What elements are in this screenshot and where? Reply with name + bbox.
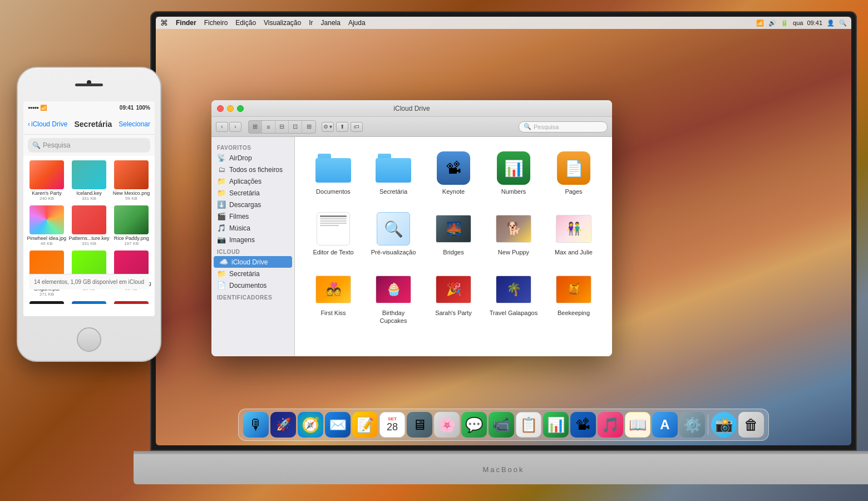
menu-visualizacao[interactable]: Visualização	[264, 19, 301, 27]
sidebar-item-downloads[interactable]: ⬇️ Descargas	[211, 199, 294, 210]
iphone-search-input[interactable]: 🔍 Pesquisa	[28, 138, 150, 153]
menu-ficheiro[interactable]: Ficheiro	[204, 19, 228, 27]
back-button[interactable]: ‹	[216, 122, 228, 132]
file-item-documentos[interactable]: Documentos	[306, 148, 361, 198]
sidebar-item-icloud-documents[interactable]: 📄 Documentos	[211, 279, 294, 291]
actions-button[interactable]: ⚙ ▾	[322, 122, 334, 132]
finder-toolbar: ‹ › ⊞ ≡ ⊟ ⊡ ⊞ ⚙ ▾ ⬆ 🏷	[211, 117, 612, 137]
menubar-battery-icon: 🔋	[781, 19, 788, 27]
search-box[interactable]: 🔍 Pesquisa	[519, 121, 608, 132]
dock-icon-notes[interactable]: 📝	[352, 412, 378, 438]
window-maximize-button[interactable]	[237, 105, 244, 112]
images-icon: 📷	[217, 235, 226, 244]
sidebar-item-airdrop[interactable]: 📡 AirDrop	[211, 152, 294, 164]
file-item-secretaria[interactable]: Secretária	[366, 148, 421, 198]
file-item-keynote[interactable]: 📽 Keynote	[426, 148, 481, 198]
file-item-bridges[interactable]: 🌉 Bridges	[426, 209, 481, 258]
iphone-search-placeholder: Pesquisa	[43, 141, 70, 149]
file-item-pages[interactable]: 📄 Pages	[546, 148, 601, 198]
sidebar-item-movies[interactable]: 🎬 Filmes	[211, 210, 294, 222]
menubar-user-icon[interactable]: 👤	[827, 19, 835, 27]
thumb-dark1	[29, 301, 64, 304]
group-view-button[interactable]: ⊞	[302, 121, 315, 133]
photo-bridges: 🌉	[436, 211, 471, 247]
iphone-signal: ●●●●●	[28, 105, 38, 110]
file-item-preview[interactable]: 🔍 Pré-visualização	[366, 209, 421, 258]
file-item-textedit[interactable]: Editor de Texto	[306, 209, 361, 258]
file-item-birthday-cupcakes[interactable]: 🧁 Birthday Cupcakes	[366, 269, 421, 326]
menubar-search-icon[interactable]: 🔍	[839, 19, 847, 27]
sidebar-item-icloud-desktop[interactable]: 📁 Secretária	[211, 268, 294, 279]
dock-icon-appstore[interactable]: A	[652, 412, 678, 438]
list-item[interactable]: Iceland.key 331 KB	[69, 160, 109, 201]
gallery-view-button[interactable]: ⊡	[289, 121, 302, 133]
forward-button[interactable]: ›	[229, 122, 241, 132]
file-item-max-julie[interactable]: 👫 Max and Julie	[546, 209, 601, 258]
share-button[interactable]: ⬆	[336, 122, 348, 132]
list-item[interactable]: Pinwheel idea.jpg 46 KB	[27, 205, 66, 246]
dock-icon-system-preferences[interactable]: ⚙️	[679, 412, 705, 438]
apple-menu[interactable]: ⌘	[160, 18, 168, 27]
list-item[interactable]	[69, 301, 109, 304]
file-item-beekeeping[interactable]: 🍯 Beekeeping	[546, 269, 601, 326]
finder-sidebar: Favoritos 📡 AirDrop 🗂 Todos os ficheiros…	[211, 137, 295, 356]
photo-max-julie: 👫	[556, 211, 591, 247]
macbook-frame: ⌘ iCloud Drive Finder Ficheiro Edição Vi…	[150, 11, 857, 484]
sidebar-item-icloud-drive[interactable]: ☁️ iCloud Drive	[214, 256, 292, 268]
menu-edicao[interactable]: Edição	[235, 19, 256, 27]
photo-sarahs-party: 🎉	[436, 272, 471, 307]
menu-finder-label[interactable]: Finder	[176, 19, 196, 27]
sidebar-item-applications[interactable]: 📁 Aplicações	[211, 175, 294, 187]
file-item-numbers[interactable]: 📊 Numbers	[486, 148, 541, 198]
dock-icon-siri[interactable]: 🎙	[243, 412, 269, 438]
window-close-button[interactable]	[217, 105, 224, 112]
sidebar-item-all-files[interactable]: 🗂 Todos os ficheiros	[211, 164, 294, 175]
list-item[interactable]: Karen's Party 240 KB	[27, 160, 67, 201]
menubar: ⌘ iCloud Drive Finder Ficheiro Edição Vi…	[156, 17, 851, 29]
icon-view-button[interactable]: ⊞	[249, 121, 262, 133]
dock-icon-keynote[interactable]: 📽	[570, 412, 596, 438]
dock-icon-itunes[interactable]: 🎵	[598, 412, 623, 438]
dock-icon-finder[interactable]: 🖥	[407, 412, 432, 438]
column-view-button[interactable]: ⊟	[275, 121, 289, 133]
iphone-select-button[interactable]: Selecionar	[119, 120, 150, 128]
menu-ir[interactable]: Ir	[309, 19, 313, 27]
iphone-back-button[interactable]: ‹ iCloud Drive	[28, 120, 67, 128]
dock-icon-messages[interactable]: 💬	[461, 412, 487, 438]
iphone-statusbar-right: 09:41 100%	[120, 105, 150, 111]
dock-icon-calendar[interactable]: SET28	[379, 412, 405, 438]
file-item-new-puppy[interactable]: 🐕 New Puppy	[486, 209, 541, 258]
menu-janela[interactable]: Janela	[321, 19, 341, 27]
list-item[interactable]: Patterns...ture.key 331 KB	[68, 205, 109, 246]
thumb-pinwheel	[29, 205, 64, 234]
dock-icon-reminders[interactable]: 📋	[516, 412, 541, 438]
iphone-home-button[interactable]	[77, 327, 101, 352]
finder-body: Favoritos 📡 AirDrop 🗂 Todos os ficheiros…	[211, 137, 612, 356]
dock-icon-ibooks[interactable]: 📖	[625, 412, 650, 438]
dock-icon-trash[interactable]: 🗑	[738, 412, 764, 438]
movies-icon: 🎬	[217, 212, 226, 220]
dock-icon-numbers[interactable]: 📊	[543, 412, 569, 438]
dock-icon-photos[interactable]: 🌸	[434, 412, 460, 438]
sidebar-item-desktop[interactable]: 📁 Secretária	[211, 187, 294, 199]
dock-icon-launchpad[interactable]: 🚀	[270, 412, 296, 438]
dock-icon-facetime[interactable]: 📹	[489, 412, 514, 438]
list-item[interactable]: New Mexico.png 59 KB	[111, 160, 151, 201]
list-view-button[interactable]: ≡	[262, 121, 275, 133]
sidebar-item-music[interactable]: 🎵 Música	[211, 222, 294, 234]
file-item-travel-galapagos[interactable]: 🌴 Travel Galapagos	[486, 269, 541, 326]
list-item[interactable]	[111, 301, 151, 304]
menu-ajuda[interactable]: Ajuda	[348, 19, 366, 27]
dock-icon-safari[interactable]: 🧭	[298, 412, 323, 438]
file-item-sarahs-party[interactable]: 🎉 Sarah's Party	[426, 269, 481, 326]
list-item[interactable]	[27, 301, 67, 304]
window-minimize-button[interactable]	[227, 105, 234, 112]
macbook-label: MacBook	[134, 454, 868, 484]
sidebar-item-images[interactable]: 📷 Imagens	[211, 234, 294, 245]
dock-icon-mail[interactable]: ✉️	[325, 412, 351, 438]
dock-icon-camera[interactable]: 📸	[711, 412, 737, 438]
iphone-file-row-4	[23, 299, 155, 304]
file-item-first-kiss[interactable]: 💑 First Kiss	[306, 269, 361, 326]
list-item[interactable]: Rice Paddy.png 197 KB	[112, 205, 151, 246]
tags-button[interactable]: 🏷	[351, 122, 363, 132]
